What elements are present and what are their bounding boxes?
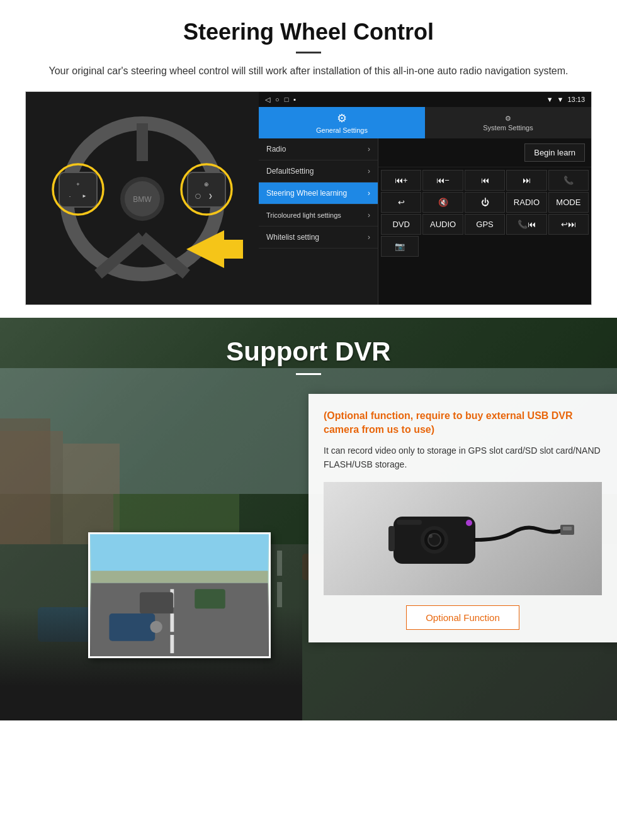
back-nav-icon[interactable]: ◁ xyxy=(265,96,270,104)
begin-learn-button[interactable]: Begin learn xyxy=(524,143,585,162)
svg-rect-49 xyxy=(563,527,572,530)
btn-gps[interactable]: GPS xyxy=(465,214,505,235)
dvr-left xyxy=(0,381,296,696)
page-title: Steering Wheel Control xyxy=(25,19,592,45)
btn-next-track[interactable]: ⏭ xyxy=(506,170,546,191)
tab-system-label: System Settings xyxy=(483,124,533,132)
svg-text:BMW: BMW xyxy=(133,195,152,204)
svg-point-47 xyxy=(466,520,472,526)
tab-general-label: General Settings xyxy=(316,126,368,134)
gear-icon: ⚙ xyxy=(337,111,347,125)
menu-item-tricoloured[interactable]: Tricoloured light settings › xyxy=(259,204,378,227)
dvr-camera-image xyxy=(324,482,602,595)
dvr-divider xyxy=(296,373,321,375)
nav-icons: ◁ ○ □ ▪ xyxy=(265,96,296,104)
dvr-optional-title: (Optional function, require to buy exter… xyxy=(324,409,602,437)
btn-vol-up[interactable]: ⏮+ xyxy=(381,170,421,191)
title-divider xyxy=(296,52,321,53)
left-menu: Radio › DefaultSetting › Steering Wheel … xyxy=(259,138,378,305)
btn-phone[interactable]: 📞 xyxy=(548,170,589,191)
svg-point-40 xyxy=(150,621,162,633)
system-icon: ⚙ xyxy=(505,115,511,123)
svg-point-46 xyxy=(429,534,433,538)
chevron-icon: › xyxy=(368,233,370,242)
steering-photo: BMW + - ► ⊕ ◯ ❯ xyxy=(26,92,259,305)
svg-rect-39 xyxy=(109,613,155,641)
svg-rect-37 xyxy=(140,592,173,613)
dashcam-thumbnail xyxy=(88,532,271,658)
btn-vol-down[interactable]: ⏮− xyxy=(422,170,463,191)
svg-text:❯: ❯ xyxy=(208,193,213,199)
svg-text:+: + xyxy=(76,181,79,188)
tab-system-settings[interactable]: ⚙ System Settings xyxy=(425,107,591,138)
dvr-info-card: (Optional function, require to buy exter… xyxy=(308,394,617,642)
svg-rect-7 xyxy=(59,172,97,207)
more-nav-icon[interactable]: ▪ xyxy=(293,96,296,103)
controls-row-4: 📷 xyxy=(381,236,589,257)
svg-marker-17 xyxy=(186,230,243,268)
btn-mode[interactable]: MODE xyxy=(548,192,589,213)
steering-section: Steering Wheel Control Your original car… xyxy=(0,0,617,318)
dvr-description: It can record video only to storage in G… xyxy=(324,444,602,472)
optional-function-button[interactable]: Optional Function xyxy=(406,605,519,630)
ui-screenshot-area: BMW + - ► ⊕ ◯ ❯ xyxy=(25,91,592,305)
svg-text:◯: ◯ xyxy=(195,193,201,199)
btn-phone-next[interactable]: ↩⏭ xyxy=(548,214,589,235)
chevron-icon: › xyxy=(368,167,370,176)
controls-row-2: ↩ 🔇 ⏻ RADIO MODE xyxy=(381,192,589,213)
menu-item-radio[interactable]: Radio › xyxy=(259,138,378,160)
time-display: 13:13 xyxy=(567,96,585,103)
svg-rect-50 xyxy=(397,520,422,525)
menu-item-steering-learning[interactable]: Steering Wheel learning › xyxy=(259,182,378,204)
btn-screenshot[interactable]: 📷 xyxy=(381,236,419,257)
menu-item-whitelist[interactable]: Whitelist setting › xyxy=(259,227,378,249)
tab-general-settings[interactable]: ⚙ General Settings xyxy=(259,107,425,138)
svg-rect-32 xyxy=(91,571,268,583)
btn-back[interactable]: ↩ xyxy=(381,192,421,213)
status-right: ▼ ▼ 13:13 xyxy=(546,96,585,103)
recent-nav-icon[interactable]: □ xyxy=(285,96,289,103)
btn-dvd[interactable]: DVD xyxy=(381,214,421,235)
controls-grid: ⏮+ ⏮− ⏮ ⏭ 📞 ↩ 🔇 ⏻ RADIO MODE xyxy=(378,167,591,259)
chevron-icon: › xyxy=(368,211,370,220)
btn-prev-track[interactable]: ⏮ xyxy=(465,170,505,191)
steering-wheel-image: BMW + - ► ⊕ ◯ ❯ xyxy=(42,104,243,293)
steering-description: Your original car's steering wheel contr… xyxy=(38,64,579,79)
dvr-header: Support DVR xyxy=(0,318,617,381)
begin-learn-row: Begin learn xyxy=(378,138,591,167)
panel-body: Radio › DefaultSetting › Steering Wheel … xyxy=(259,138,591,305)
chevron-icon: › xyxy=(368,145,370,154)
signal-icon: ▼ xyxy=(546,96,553,103)
svg-text:⊕: ⊕ xyxy=(204,181,209,188)
home-nav-icon[interactable]: ○ xyxy=(275,96,280,103)
menu-item-defaultsetting[interactable]: DefaultSetting › xyxy=(259,160,378,182)
svg-rect-36 xyxy=(170,635,174,653)
chevron-icon: › xyxy=(368,189,370,198)
btn-audio[interactable]: AUDIO xyxy=(422,214,463,235)
status-bar: ◁ ○ □ ▪ ▼ ▼ 13:13 xyxy=(259,92,591,107)
svg-text:►: ► xyxy=(82,193,87,199)
right-controls: Begin learn ⏮+ ⏮− ⏮ ⏭ 📞 ↩ xyxy=(378,138,591,305)
controls-row-3: DVD AUDIO GPS 📞⏮ ↩⏭ xyxy=(381,214,589,235)
btn-radio[interactable]: RADIO xyxy=(506,192,546,213)
dvr-content: Support DVR xyxy=(0,318,617,696)
wifi-icon: ▼ xyxy=(557,96,564,103)
btn-power[interactable]: ⏻ xyxy=(465,192,505,213)
dvr-lower: (Optional function, require to buy exter… xyxy=(0,381,617,696)
svg-rect-35 xyxy=(170,613,174,632)
svg-text:-: - xyxy=(69,193,71,199)
dvr-title: Support DVR xyxy=(25,337,592,367)
top-tabs: ⚙ General Settings ⚙ System Settings xyxy=(259,107,591,138)
svg-rect-11 xyxy=(188,172,225,207)
controls-row-1: ⏮+ ⏮− ⏮ ⏭ 📞 xyxy=(381,170,589,191)
btn-phone-prev[interactable]: 📞⏮ xyxy=(506,214,546,235)
dvr-section: Support DVR xyxy=(0,318,617,720)
android-panel: ◁ ○ □ ▪ ▼ ▼ 13:13 ⚙ General Settings xyxy=(259,92,591,305)
btn-mute[interactable]: 🔇 xyxy=(422,192,463,213)
svg-rect-42 xyxy=(388,526,395,551)
camera-svg xyxy=(343,488,582,589)
svg-rect-38 xyxy=(195,589,225,608)
